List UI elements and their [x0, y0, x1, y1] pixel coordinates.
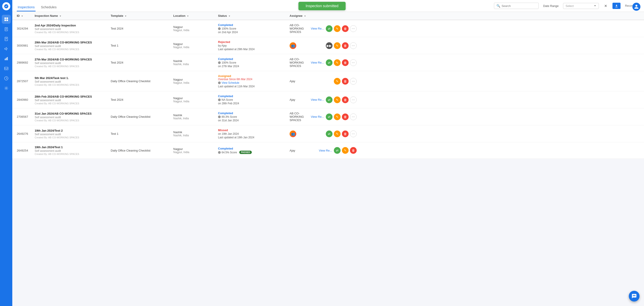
col-id[interactable]: ID	[17, 14, 35, 18]
view-schedule-link[interactable]: View Schedule	[222, 81, 239, 84]
table-row: 3000981 29th Mar 2024/AB CO-WORKING SPAC…	[12, 37, 644, 54]
action-more[interactable]: ⋯	[350, 131, 357, 137]
cell-status: Missed on 19th Jan 2024 Last updated at …	[218, 129, 290, 139]
chat-button[interactable]	[629, 291, 640, 301]
cell-status: Completed 64.5% Score PASSED	[218, 147, 290, 154]
cell-status: Assigned Overdue Since 6th Mar 2024 View…	[218, 74, 290, 88]
col-template[interactable]: Template	[111, 14, 173, 18]
table-row: 2706567 31st Jan 2024/AB CO-WORKING SPAC…	[12, 108, 644, 125]
action-edit[interactable]: ✎	[334, 59, 340, 66]
action-delete[interactable]: 🗑	[350, 147, 357, 154]
action-edit[interactable]: ✎	[334, 78, 340, 85]
sidebar-icon-inbox[interactable]	[2, 64, 11, 73]
download-button[interactable]	[612, 3, 620, 9]
action-more[interactable]: ⋯	[350, 78, 357, 85]
cell-id: 3024294	[17, 27, 35, 30]
action-icons: ⇄ ✎ 🗑 ⋯	[326, 114, 357, 120]
svg-rect-4	[6, 20, 8, 21]
search-input[interactable]	[502, 4, 536, 8]
sidebar-icon-clock[interactable]	[2, 74, 11, 83]
action-edit[interactable]: ✎	[342, 147, 348, 154]
sidebar-icon-megaphone[interactable]	[2, 44, 11, 53]
view-report-button[interactable]: View Re...	[311, 61, 324, 64]
cell-location: Nagpur Nagpur, India	[173, 97, 218, 103]
table-row: 2649254 19th Jan 2024/Test 1 Self assess…	[12, 142, 644, 159]
action-delete[interactable]: 🗑	[342, 42, 348, 49]
cell-id: 2840960	[17, 98, 35, 101]
cell-name: 5th Mar 2024/Task test 1. Self assessmen…	[35, 76, 111, 86]
cell-location: Nagpur Nagpur, India	[173, 78, 218, 84]
action-more[interactable]: ⋯	[350, 59, 357, 66]
action-edit[interactable]: ✎	[334, 42, 340, 49]
col-status[interactable]: Status	[218, 14, 290, 18]
action-icons: ▶▶ ✎ 🗑 ⋯	[326, 42, 357, 49]
cell-name: 29th Mar 2024/AB CO-WORKING SPACES Self …	[35, 41, 111, 51]
sidebar-icon-document[interactable]	[2, 35, 11, 44]
action-share[interactable]: ⇄	[334, 147, 340, 154]
action-share[interactable]: ⇄	[326, 114, 332, 120]
action-delete[interactable]: 🗑	[342, 131, 348, 137]
cell-location: Nashik Nashik, India	[173, 131, 218, 137]
action-edit[interactable]: ✎	[334, 97, 340, 103]
search-box: 🔍	[494, 3, 539, 9]
action-edit[interactable]: ✎	[334, 131, 340, 137]
sidebar-logo[interactable]	[2, 2, 10, 10]
clear-date-button[interactable]: ✕	[603, 4, 608, 8]
svg-rect-14	[6, 58, 7, 60]
action-delete[interactable]: 🗑	[342, 59, 348, 66]
table-row: 2840960 28th Feb 2024/AB CO-WORKING SPAC…	[12, 91, 644, 108]
cell-assignee: Ajay View Re... ⇄ ✎ 🗑 ⋯	[290, 97, 357, 103]
col-assignee[interactable]: Assignee	[290, 14, 357, 18]
view-report-button[interactable]: View Re...	[319, 149, 332, 152]
tab-inspections[interactable]: Inspections	[17, 3, 36, 12]
group-avatar: 👥	[290, 131, 296, 137]
action-share[interactable]: ⇄	[326, 25, 332, 32]
svg-rect-9	[5, 37, 8, 41]
sidebar-icon-clipboard[interactable]	[2, 25, 11, 34]
cell-id: 2989692	[17, 61, 35, 64]
tab-schedules[interactable]: Schedules	[40, 3, 58, 12]
action-forward[interactable]: ▶▶	[326, 42, 332, 49]
cell-assignee: AB CO-WORKING SPACES View Re... ⇄ ✎ 🗑 ⋯	[290, 58, 357, 68]
table-row: 2649276 19th Jan 2024/Test 2 Self assess…	[12, 125, 644, 142]
view-report-button[interactable]: View Re...	[311, 115, 324, 118]
svg-rect-13	[5, 59, 6, 60]
sidebar-icon-chart[interactable]	[2, 54, 11, 63]
cell-name: 19th Jan 2024/Test 2 Self assessment aud…	[35, 129, 111, 139]
cell-name: 27th Mar 2024/AB CO-WORKING SPACES Self …	[35, 58, 111, 68]
action-icons: ⇄ ✎ 🗑 ⋯	[326, 25, 357, 32]
sidebar-icon-settings[interactable]	[2, 84, 11, 93]
action-share[interactable]: ⇄	[326, 131, 332, 137]
svg-rect-3	[4, 20, 6, 21]
svg-rect-1	[4, 18, 6, 19]
action-delete[interactable]: 🗑	[342, 78, 348, 85]
cell-location: Nagpur Nagpur, India	[173, 25, 218, 32]
table-row: 2872507 5th Mar 2024/Task test 1. Self a…	[12, 71, 644, 91]
view-report-button[interactable]: View Re...	[311, 98, 324, 101]
col-location[interactable]: Location	[173, 14, 218, 18]
col-name[interactable]: Inspection Name	[35, 14, 111, 18]
action-more[interactable]: ⋯	[350, 42, 357, 49]
cell-template: Test 2024	[111, 27, 173, 30]
view-report-button[interactable]: View Re...	[311, 27, 324, 30]
action-more[interactable]: ⋯	[350, 97, 357, 103]
action-delete[interactable]: 🗑	[342, 25, 348, 32]
action-edit[interactable]: ✎	[334, 25, 340, 32]
cell-template: Test 2024	[111, 61, 173, 64]
cell-template: Test 1	[111, 44, 173, 47]
action-more[interactable]: ⋯	[350, 25, 357, 32]
action-share[interactable]: ⇄	[326, 97, 332, 103]
sidebar-icon-apps[interactable]	[2, 15, 11, 24]
action-share[interactable]: ⇄	[326, 59, 332, 66]
action-edit[interactable]: ✎	[334, 114, 340, 120]
user-avatar-button[interactable]	[632, 3, 640, 11]
cell-location: Nashik Nashik, India	[173, 114, 218, 120]
table: ID Inspection Name Template Location Sta…	[12, 12, 644, 159]
action-delete[interactable]: 🗑	[342, 97, 348, 103]
date-select[interactable]: Select	[563, 3, 599, 9]
passed-badge: PASSED	[239, 151, 252, 154]
cell-assignee: AB CO-WORKING SPACES View Re... ⇄ ✎ 🗑 ⋯	[290, 24, 357, 34]
action-delete[interactable]: 🗑	[342, 114, 348, 120]
svg-point-0	[4, 4, 8, 8]
action-more[interactable]: ⋯	[350, 114, 357, 120]
